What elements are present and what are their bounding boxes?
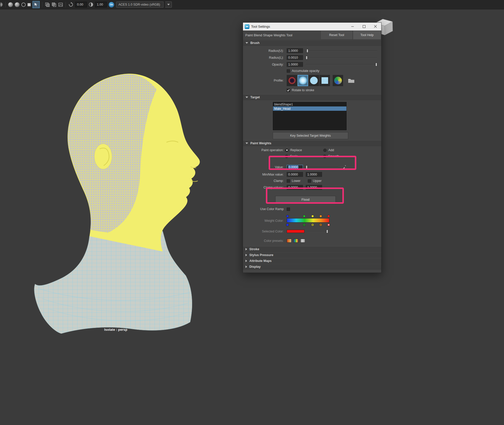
active-tool-icon[interactable] — [33, 1, 40, 8]
value-slider[interactable] — [306, 165, 338, 169]
ramp-marker-yellow[interactable] — [311, 215, 314, 217]
min-value: 0.0000 — [288, 173, 298, 176]
clipped-sphere-icon[interactable] — [1, 2, 3, 7]
flood-button[interactable]: Flood — [275, 196, 336, 203]
browse-folder-icon[interactable] — [346, 75, 356, 86]
ramp-marker-red[interactable] — [327, 215, 330, 217]
ramp-key-yellow[interactable] — [311, 224, 314, 226]
window-titlebar[interactable]: Tool Settings — [243, 23, 381, 30]
use-color-ramp-checkbox[interactable] — [287, 208, 290, 211]
opacity-field[interactable]: 1.0000 — [287, 62, 303, 67]
sphere-profile-icon[interactable] — [333, 75, 343, 86]
overlapping-squares-icon[interactable] — [45, 2, 50, 7]
radio-smooth[interactable]: Smooth — [323, 154, 339, 158]
overlapping-squares-icon-2[interactable] — [52, 2, 56, 7]
clamp-lower-checkbox[interactable] — [287, 179, 290, 183]
color-preset-swatch-3[interactable] — [300, 239, 305, 243]
ramp-key-red-selected[interactable] — [327, 224, 330, 226]
cycle-arrows-icon[interactable] — [68, 2, 73, 7]
radius-l-value: 0.0010 — [288, 56, 298, 59]
tool-help-button[interactable]: Tool Help — [353, 30, 381, 40]
section-header-brush[interactable]: Brush — [243, 40, 381, 46]
radius-l-slider[interactable] — [306, 56, 377, 59]
minimize-button[interactable] — [347, 23, 358, 30]
ramp-key-green[interactable] — [303, 224, 306, 226]
radio-button-icon[interactable] — [323, 155, 326, 158]
clamp-values-label: Clamp values: — [243, 186, 285, 189]
view-transform-select[interactable]: ACES 1.0 SDR-video (sRGB) — [116, 2, 163, 8]
accumulate-opacity-checkbox[interactable] — [287, 69, 290, 73]
collapse-arrow-icon — [246, 97, 248, 98]
torso-wireframe-mesh — [34, 231, 192, 334]
color-preset-swatch-2[interactable] — [294, 239, 298, 243]
radio-replace[interactable]: Replace — [285, 148, 323, 152]
radius-u-field[interactable]: 1.0000 — [287, 48, 303, 53]
section-header-paint-weights[interactable]: Paint Weights — [243, 140, 381, 146]
sphere-icon[interactable] — [8, 2, 13, 7]
section-header-display[interactable]: Display — [243, 264, 381, 270]
value-field[interactable]: 0.0000 — [287, 165, 303, 170]
section-header-target[interactable]: Target — [243, 94, 381, 100]
solid-profile-icon[interactable] — [309, 75, 319, 86]
slider-handle[interactable] — [306, 165, 308, 169]
section-header-attribute-maps[interactable]: Attribute Maps — [243, 258, 381, 264]
slider-handle[interactable] — [307, 49, 308, 53]
weight-ramp-bar[interactable] — [287, 218, 329, 223]
image-frame-icon[interactable] — [58, 2, 63, 7]
max-value-field[interactable]: 1.0000 — [306, 172, 322, 177]
sphere-highlight-icon[interactable] — [15, 2, 20, 7]
ramp-key-orange[interactable] — [319, 224, 322, 226]
radio-scale[interactable]: Scale — [285, 154, 323, 158]
color-management-toggle[interactable]: ON — [109, 2, 114, 8]
selected-color-swatch[interactable] — [287, 230, 304, 233]
rotate-to-stroke-checkbox[interactable] — [287, 89, 290, 92]
slider-handle[interactable] — [375, 63, 377, 66]
radio-add[interactable]: Add — [323, 148, 334, 152]
ramp-marker-blue[interactable] — [286, 215, 289, 217]
radio-button-icon[interactable] — [285, 149, 288, 152]
radio-button-icon[interactable] — [285, 155, 288, 158]
toolbar-divider — [66, 2, 66, 7]
clamp-min-field[interactable]: 0.0000 — [287, 185, 303, 190]
square-profile-icon[interactable] — [319, 75, 330, 86]
gaussian-profile-icon[interactable] — [287, 75, 297, 86]
exposure-field[interactable]: 0.00 — [75, 2, 87, 7]
contrast-half-circle-icon[interactable] — [89, 2, 93, 7]
weight-color-label: Weight Color: — [243, 219, 285, 223]
ramp-key-blue[interactable] — [286, 224, 289, 226]
selected-color-slider[interactable] — [307, 229, 328, 233]
circle-outline-icon[interactable] — [21, 3, 26, 7]
soft-profile-icon[interactable] — [298, 75, 308, 86]
list-item-blendshape[interactable]: blendShape1 — [273, 102, 346, 106]
color-preset-swatch-1[interactable] — [287, 239, 292, 243]
section-header-stylus-pressure[interactable]: Stylus Pressure — [243, 252, 381, 258]
reset-tool-button[interactable]: Reset Tool — [320, 30, 353, 40]
target-list[interactable]: blendShape1 Male_Head — [273, 102, 347, 130]
close-button[interactable] — [370, 23, 381, 30]
slider-handle[interactable] — [306, 56, 308, 59]
section-header-stroke[interactable]: Stroke — [243, 246, 381, 252]
maximize-button[interactable] — [358, 23, 370, 30]
slider-handle[interactable] — [326, 230, 328, 233]
small-square-icon[interactable] — [27, 3, 31, 6]
ramp-marker-green[interactable] — [303, 215, 306, 217]
gamma-field[interactable]: 1.00 — [95, 2, 107, 7]
radius-l-field[interactable]: 0.0010 — [287, 55, 303, 60]
section-title-brush: Brush — [250, 41, 259, 45]
gaussian-glyph — [288, 76, 296, 85]
clamp-upper-checkbox[interactable] — [308, 179, 311, 183]
opacity-slider[interactable] — [306, 62, 377, 66]
radio-button-icon[interactable] — [323, 149, 327, 152]
clamp-upper[interactable]: Upper — [308, 179, 322, 183]
min-value-field[interactable]: 0.0000 — [287, 172, 303, 177]
key-selected-target-weights-button[interactable]: Key Selected Target Weights — [273, 132, 348, 139]
weight-color-ramp[interactable] — [287, 214, 329, 227]
clamp-max-field[interactable]: 1.0000 — [306, 185, 322, 190]
view-transform-dropdown-button[interactable] — [165, 2, 172, 8]
eyedropper-icon[interactable] — [342, 165, 347, 170]
list-item-male-head[interactable]: Male_Head — [273, 106, 346, 111]
ramp-marker-orange[interactable] — [319, 215, 322, 217]
radius-u-slider[interactable] — [306, 49, 377, 53]
clamp-lower[interactable]: Lower — [287, 179, 308, 183]
slider-groove — [306, 167, 338, 167]
